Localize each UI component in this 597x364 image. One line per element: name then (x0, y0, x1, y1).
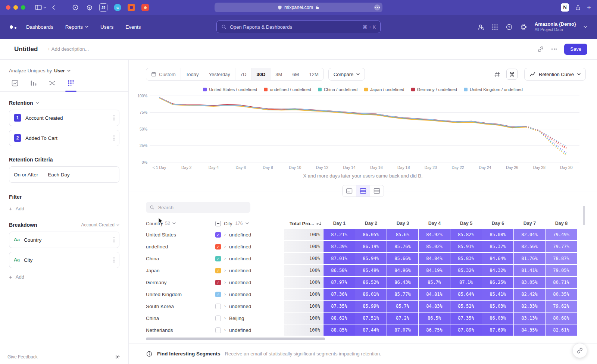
row-checkbox[interactable] (215, 316, 221, 321)
breakdown-city[interactable]: Aa City (9, 252, 119, 268)
back-icon[interactable] (51, 4, 57, 10)
table-row[interactable]: undefined✓›undefined100%87.39%86.19%85.7… (146, 241, 597, 252)
extension-icon-5[interactable] (141, 4, 149, 11)
share-link-button[interactable] (572, 343, 587, 358)
expand-row-icon[interactable]: › (224, 256, 226, 261)
range-yesterday[interactable]: Yesterday (204, 68, 235, 80)
table-search[interactable] (146, 202, 250, 213)
card-view-icon[interactable] (343, 185, 356, 197)
expand-row-icon[interactable]: › (224, 327, 226, 333)
nav-users[interactable]: Users (100, 24, 113, 30)
expand-row-icon[interactable]: › (224, 244, 226, 249)
table-view-icon[interactable] (370, 185, 384, 197)
legend-item[interactable]: Germany / undefined (411, 87, 457, 92)
help-icon[interactable]: ? (506, 23, 513, 31)
legend-item[interactable]: undefined / undefined (264, 87, 311, 92)
copy-link-icon[interactable] (537, 46, 544, 53)
legend-item[interactable]: China / undefined (318, 87, 357, 92)
row-checkbox[interactable]: ✓ (215, 268, 221, 273)
country-column-header[interactable]: Country 52 (146, 221, 215, 226)
row-checkbox[interactable]: ✓ (215, 280, 221, 285)
city-column-header[interactable]: City 176 (215, 221, 284, 226)
global-search[interactable]: Open Reports & Dashboards ⌘ + K (216, 21, 381, 33)
nav-reports[interactable]: Reports (65, 24, 88, 30)
total-column-header[interactable]: Total Pro... (284, 221, 323, 226)
horizontal-scrollbar[interactable] (146, 338, 325, 340)
table-row[interactable]: Germany✓›undefined100%87.97%86.52%86.43%… (146, 276, 597, 288)
row-checkbox[interactable]: ✓ (215, 256, 221, 261)
zoom-window-icon[interactable] (21, 5, 25, 10)
tab-funnels[interactable] (30, 79, 37, 87)
apps-grid-icon[interactable] (492, 24, 498, 30)
retention-section-label[interactable]: Retention (9, 100, 33, 106)
range-12m[interactable]: 12M (304, 68, 323, 80)
range-3m[interactable]: 3M (270, 68, 287, 80)
window-controls[interactable] (6, 5, 25, 10)
nav-events[interactable]: Events (125, 24, 141, 30)
step-options-icon[interactable] (113, 135, 115, 141)
table-row[interactable]: Japan✓›undefined100%86.58%85.49%84.96%84… (146, 264, 597, 276)
table-row[interactable]: Netherlands›undefined100%88.85%87.44%87.… (146, 324, 597, 336)
row-checkbox[interactable] (215, 304, 221, 309)
expand-row-icon[interactable]: › (224, 268, 226, 273)
expand-row-icon[interactable]: › (224, 280, 226, 285)
nav-dashboards[interactable]: Dashboards (26, 24, 53, 30)
retention-chart[interactable]: 0%25%50%75%100%< 1 DayDay 2Day 4Day 6Day… (129, 92, 597, 171)
add-description[interactable]: + Add description... (47, 46, 89, 52)
row-checkbox[interactable] (215, 327, 221, 333)
project-switcher[interactable]: Amazonia {Demo} All Project Data (535, 21, 576, 32)
new-tab-icon[interactable]: + (587, 4, 591, 11)
breakdown-country[interactable]: Aa Country (9, 232, 119, 248)
chart-type-dropdown[interactable]: Retention Curve (524, 68, 586, 81)
gridlines-toggle-icon[interactable] (491, 69, 503, 80)
expand-row-icon[interactable]: › (224, 232, 226, 237)
shortcuts-toggle-icon[interactable] (506, 69, 518, 80)
share-icon[interactable] (575, 4, 581, 11)
extension-icon-4[interactable] (128, 4, 135, 11)
sidebar-toggle-icon[interactable] (35, 4, 46, 10)
row-checkbox[interactable]: ✓ (215, 292, 221, 297)
expand-row-icon[interactable]: › (224, 316, 226, 321)
range-30d[interactable]: 30D (251, 68, 270, 80)
extension-icon-1[interactable] (72, 4, 79, 11)
retention-step-2[interactable]: 2 Added To Cart (9, 130, 119, 146)
table-search-input[interactable] (157, 204, 247, 211)
range-custom[interactable]: Custom (146, 68, 181, 80)
extensions-menu-icon[interactable] (374, 4, 380, 10)
tab-retention[interactable] (67, 79, 75, 87)
legend-item[interactable]: United Kingdom / undefined (464, 87, 523, 92)
retention-step-1[interactable]: 1 Account Created (9, 110, 119, 126)
vertical-scrollbar[interactable] (583, 206, 585, 225)
table-row[interactable]: China✓›undefined100%87.01%85.94%85.66%84… (146, 252, 597, 264)
breakdown-options-icon[interactable] (113, 257, 115, 263)
breakdown-options-icon[interactable] (113, 237, 115, 242)
table-row[interactable]: United States✓›undefined100%87.21%86.05%… (146, 229, 597, 241)
close-window-icon[interactable] (6, 5, 10, 10)
row-checkbox[interactable]: ✓ (215, 232, 221, 238)
expand-row-icon[interactable]: › (224, 292, 226, 297)
range-6m[interactable]: 6M (287, 68, 304, 80)
minimize-window-icon[interactable] (13, 5, 18, 10)
legend-item[interactable]: United States / undefined (203, 87, 257, 92)
settings-gear-icon[interactable] (520, 23, 527, 31)
user-lookup-icon[interactable] (477, 23, 484, 31)
row-checkbox[interactable]: ✓ (215, 244, 221, 250)
report-title[interactable]: Untitled (14, 46, 38, 53)
chevron-down-icon[interactable] (36, 102, 39, 104)
retention-criteria[interactable]: On or After Each Day (9, 166, 119, 183)
extension-icon-3[interactable]: c (114, 4, 121, 11)
give-feedback-link[interactable]: Give Feedback (7, 354, 38, 360)
criteria-condition[interactable]: On or After (14, 172, 38, 178)
table-row[interactable]: South Korea›undefined100%87.35%85.99%85.… (146, 300, 597, 312)
mixpanel-logo[interactable] (10, 25, 16, 29)
add-filter-button[interactable]: + Add (9, 206, 119, 211)
chevron-down-icon[interactable] (584, 26, 587, 28)
add-breakdown-button[interactable]: + Add (9, 274, 119, 280)
chevron-down-icon[interactable] (67, 70, 71, 72)
url-bar[interactable]: mixpanel.com (215, 3, 382, 12)
extension-icon-js[interactable]: JS (99, 3, 107, 12)
expand-row-icon[interactable]: › (224, 304, 226, 309)
legend-item[interactable]: Japan / undefined (364, 87, 404, 92)
analyze-entity-dropdown[interactable]: User (54, 68, 65, 73)
find-segments-label[interactable]: Find Interesting Segments (157, 351, 221, 357)
